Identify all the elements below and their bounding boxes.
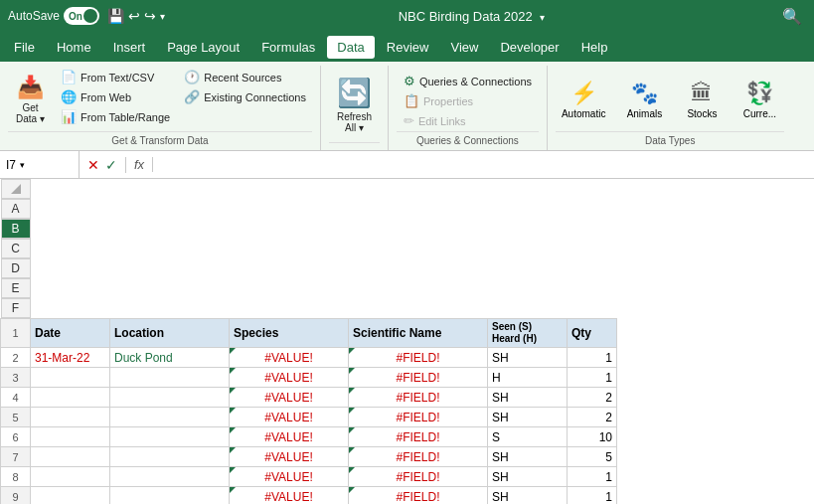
- cell-location[interactable]: [110, 408, 230, 427]
- existing-connections-button[interactable]: 🔗 Existing Connections: [178, 87, 312, 106]
- menu-file[interactable]: File: [4, 36, 45, 59]
- cell-seen-heard[interactable]: SH: [488, 487, 568, 505]
- cell-scientific-name[interactable]: #FIELD!: [349, 427, 488, 447]
- save-icon[interactable]: 💾: [107, 8, 124, 24]
- cell-seen-heard[interactable]: SH: [488, 447, 568, 467]
- table-row: 5#VALUE!#FIELD!SH2: [1, 408, 617, 427]
- cell-qty[interactable]: 1: [568, 487, 617, 505]
- cell-reference-box[interactable]: I7 ▾: [0, 151, 80, 178]
- cell-seen-heard[interactable]: SH: [488, 388, 568, 408]
- menu-insert[interactable]: Insert: [103, 36, 156, 59]
- header-location[interactable]: Location: [110, 319, 230, 348]
- col-header-c[interactable]: C: [1, 239, 31, 258]
- currency-button[interactable]: 💱 Curre...: [734, 77, 784, 123]
- cell-species[interactable]: #VALUE!: [230, 467, 349, 487]
- cell-date[interactable]: [31, 447, 110, 467]
- cell-location[interactable]: [110, 467, 230, 487]
- automatic-button[interactable]: ⚡ Automatic: [556, 77, 611, 123]
- properties-button: 📋 Properties: [398, 91, 538, 110]
- cell-seen-heard[interactable]: SH: [488, 408, 568, 427]
- autosave-control[interactable]: AutoSave On: [8, 7, 99, 25]
- menu-view[interactable]: View: [440, 36, 488, 59]
- col-header-f[interactable]: F: [1, 298, 31, 318]
- cell-species[interactable]: #VALUE!: [230, 348, 349, 368]
- col-header-d[interactable]: D: [1, 258, 31, 278]
- cell-seen-heard[interactable]: H: [488, 368, 568, 388]
- from-web-button[interactable]: 🌐 From Web: [55, 87, 176, 106]
- formula-confirm-button[interactable]: ✓: [103, 157, 119, 173]
- cell-scientific-name[interactable]: #FIELD!: [349, 368, 488, 388]
- cell-scientific-name[interactable]: #FIELD!: [349, 467, 488, 487]
- cell-location[interactable]: [110, 427, 230, 447]
- menu-page-layout[interactable]: Page Layout: [157, 36, 249, 59]
- cell-qty[interactable]: 1: [568, 348, 617, 368]
- cell-date[interactable]: [31, 487, 110, 505]
- title-dropdown-icon[interactable]: ▾: [540, 12, 545, 23]
- search-button[interactable]: 🔍: [778, 2, 806, 30]
- cell-qty[interactable]: 5: [568, 447, 617, 467]
- cell-scientific-name[interactable]: #FIELD!: [349, 348, 488, 368]
- menu-developer[interactable]: Developer: [490, 36, 569, 59]
- cell-species[interactable]: #VALUE!: [230, 368, 349, 388]
- header-qty[interactable]: Qty: [568, 319, 617, 348]
- cell-location[interactable]: [110, 447, 230, 467]
- cell-qty[interactable]: 10: [568, 427, 617, 447]
- menu-home[interactable]: Home: [47, 36, 101, 59]
- table-row: 7#VALUE!#FIELD!SH5: [1, 447, 617, 467]
- cell-species[interactable]: #VALUE!: [230, 388, 349, 408]
- from-table-range-button[interactable]: 📊 From Table/Range: [55, 107, 176, 126]
- cell-qty[interactable]: 1: [568, 467, 617, 487]
- cell-location[interactable]: [110, 368, 230, 388]
- row-number: 4: [1, 388, 31, 408]
- cell-scientific-name[interactable]: #FIELD!: [349, 408, 488, 427]
- cell-species[interactable]: #VALUE!: [230, 408, 349, 427]
- cell-seen-heard[interactable]: S: [488, 427, 568, 447]
- col-header-b[interactable]: B: [1, 219, 31, 239]
- table-row: 4#VALUE!#FIELD!SH2: [1, 388, 617, 408]
- undo-icon[interactable]: ↩: [128, 8, 140, 24]
- menu-data[interactable]: Data: [327, 36, 374, 59]
- cell-location[interactable]: [110, 487, 230, 505]
- cell-species[interactable]: #VALUE!: [230, 427, 349, 447]
- get-data-button[interactable]: 📥 GetData ▾: [8, 68, 53, 131]
- customize-quick-access-icon[interactable]: ▾: [160, 11, 165, 22]
- autosave-toggle[interactable]: On: [64, 7, 99, 25]
- recent-sources-button[interactable]: 🕐 Recent Sources: [178, 68, 312, 86]
- menu-help[interactable]: Help: [571, 36, 618, 59]
- header-scientific-name[interactable]: Scientific Name: [349, 319, 488, 348]
- cell-qty[interactable]: 2: [568, 408, 617, 427]
- cell-date[interactable]: [31, 388, 110, 408]
- cell-ref-dropdown-icon[interactable]: ▾: [20, 160, 25, 170]
- menu-formulas[interactable]: Formulas: [251, 36, 325, 59]
- cell-scientific-name[interactable]: #FIELD!: [349, 388, 488, 408]
- cell-date[interactable]: [31, 408, 110, 427]
- menu-review[interactable]: Review: [377, 36, 439, 59]
- cell-qty[interactable]: 2: [568, 388, 617, 408]
- cell-seen-heard[interactable]: SH: [488, 467, 568, 487]
- col-header-e[interactable]: E: [1, 278, 31, 298]
- cell-date[interactable]: [31, 427, 110, 447]
- cell-seen-heard[interactable]: SH: [488, 348, 568, 368]
- cell-species[interactable]: #VALUE!: [230, 447, 349, 467]
- refresh-all-button[interactable]: 🔄 RefreshAll ▾: [329, 68, 380, 142]
- cell-scientific-name[interactable]: #FIELD!: [349, 447, 488, 467]
- queries-connections-button[interactable]: ⚙ Queries & Connections: [398, 72, 538, 90]
- header-seen-heard[interactable]: Seen (S)Heard (H): [488, 319, 568, 348]
- cell-date[interactable]: [31, 368, 110, 388]
- from-text-csv-button[interactable]: 📄 From Text/CSV: [55, 68, 176, 86]
- animals-button[interactable]: 🐾 Animals: [619, 77, 669, 123]
- redo-icon[interactable]: ↪: [144, 8, 156, 24]
- col-header-a[interactable]: A: [1, 199, 31, 219]
- stocks-button[interactable]: 🏛 Stocks: [677, 77, 727, 123]
- header-species[interactable]: Species: [230, 319, 349, 348]
- cell-scientific-name[interactable]: #FIELD!: [349, 487, 488, 505]
- header-date[interactable]: Date: [31, 319, 110, 348]
- row-num-1: 1: [1, 319, 31, 348]
- cell-location[interactable]: [110, 388, 230, 408]
- cell-species[interactable]: #VALUE!: [230, 487, 349, 505]
- formula-cancel-button[interactable]: ✕: [85, 157, 101, 173]
- cell-qty[interactable]: 1: [568, 368, 617, 388]
- cell-location[interactable]: Duck Pond: [110, 348, 230, 368]
- cell-date[interactable]: 31-Mar-22: [31, 348, 110, 368]
- cell-date[interactable]: [31, 467, 110, 487]
